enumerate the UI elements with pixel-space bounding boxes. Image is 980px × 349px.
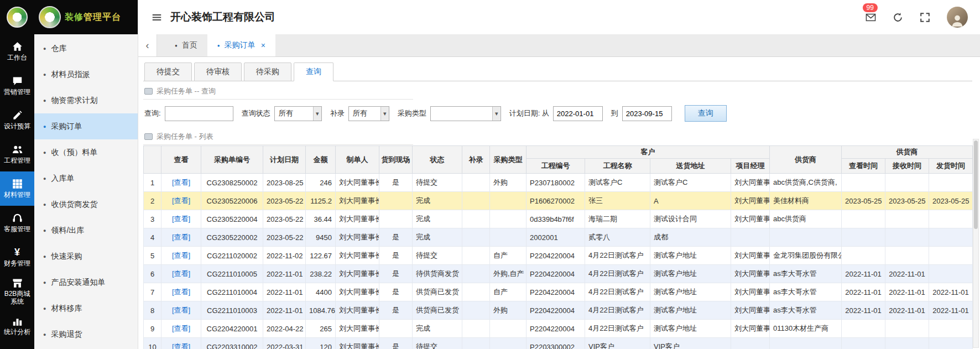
view-link[interactable]: [查看] (172, 233, 190, 241)
query-input[interactable] (165, 106, 233, 121)
cell-recv_time (885, 228, 929, 247)
sidebar-item[interactable]: ●收供货商发货 (34, 191, 138, 217)
search-button[interactable]: 查询 (685, 105, 727, 122)
status-select-value: 所有 (279, 108, 293, 118)
table-row[interactable]: 2[查看]CG23052200062023-05-221125.2刘大同董事长完… (144, 192, 973, 210)
sidebar-item[interactable]: ●采购退货 (34, 321, 138, 347)
type-select[interactable]: ▾ (430, 106, 501, 121)
nav-item-grid[interactable]: 材料管理 (0, 171, 34, 206)
sidebar-item[interactable]: ●物资需求计划 (34, 87, 138, 113)
purchase-orders-table: 查看采购单编号计划日期金额制单人货到现场状态补录采购类型客户供货商供货商工程编号… (143, 145, 973, 349)
cell-plan_date: 2023-05-22 (263, 210, 306, 228)
nav-item-users[interactable]: 工程管理 (0, 137, 34, 171)
cell-type (490, 338, 527, 349)
nav-item-chat[interactable]: 营销管理 (0, 69, 34, 103)
sidebar-item[interactable]: ●产品安装通知单 (34, 269, 138, 295)
col-header-type: 采购类型 (490, 146, 527, 174)
cell-view: [查看] (161, 174, 201, 192)
cell-plan_date: 2022-11-01 (263, 283, 306, 301)
table-row[interactable]: 3[查看]CG23052200042023-05-2236.44刘大同董事长完成… (144, 210, 973, 228)
sidebar-item[interactable]: ●材料移库 (34, 295, 138, 321)
primary-nav-rail: 工作台营销管理设计预算工程管理材料管理客服管理¥财务管理B2B商城系统统计分析 (0, 0, 34, 349)
subtab-2[interactable]: 待采购 (244, 62, 291, 81)
sidebar-item[interactable]: ●领料/出库 (34, 217, 138, 243)
cell-proj_name: VIP客户 (585, 338, 650, 349)
addendum-select[interactable]: 所有 ▾ (348, 106, 389, 121)
cell-order_no: CG2211020002 (201, 247, 263, 265)
cell-index: 7 (144, 283, 161, 301)
tab-item[interactable]: ●首页 (165, 34, 207, 56)
panel-icon (144, 88, 153, 95)
tab-dot-icon: ● (217, 43, 220, 48)
nav-item-edit[interactable]: 设计预算 (0, 103, 34, 137)
view-link[interactable]: [查看] (172, 178, 190, 186)
table-row[interactable]: 5[查看]CG22110200022022-11-02122.67刘大同董事长是… (144, 247, 973, 265)
cell-proj_name: 4月22日测试客户 (585, 283, 650, 301)
status-select[interactable]: 所有 ▾ (274, 106, 322, 121)
col-header-index (144, 146, 161, 174)
refresh-icon[interactable] (893, 12, 903, 23)
view-link[interactable]: [查看] (172, 215, 190, 223)
section-title-list: 采购任务单 - 列表 (143, 127, 413, 145)
cell-bulu (462, 320, 490, 338)
view-link[interactable]: [查看] (172, 251, 190, 259)
sidebar-item[interactable]: ●入库单 (34, 165, 138, 191)
nav-item-home[interactable]: 工作台 (0, 34, 34, 69)
vertical-scrollbar[interactable] (973, 139, 979, 348)
sidebar-item[interactable]: ●收（预）料单 (34, 139, 138, 165)
cell-address: 测试设计合同 (650, 210, 731, 228)
cell-recv_time (885, 210, 929, 228)
cell-proj_no: 2002001 (527, 228, 585, 247)
view-link[interactable]: [查看] (172, 288, 190, 296)
nav-item-headset[interactable]: 客服管理 (0, 206, 34, 240)
nav-item-chart[interactable]: 统计分析 (0, 309, 34, 343)
tabs-back-button[interactable]: ‹ (138, 34, 157, 56)
sidebar-item[interactable]: ●材料员指派 (34, 61, 138, 87)
nav-item-yen[interactable]: ¥财务管理 (0, 240, 34, 274)
user-avatar[interactable] (947, 7, 968, 28)
view-link[interactable]: [查看] (172, 196, 190, 205)
cell-index: 10 (144, 338, 161, 349)
cell-creator: 刘大同董事长 (336, 320, 379, 338)
table-row[interactable]: 9[查看]CG22042200012022-04-22265刘大同董事长完成P2… (144, 320, 973, 338)
cell-arrived: 是 (379, 174, 413, 192)
date-from-input[interactable] (553, 106, 603, 121)
sidebar-item[interactable]: ●仓库 (34, 35, 138, 61)
table-row[interactable]: 4[查看]CG23052200022023-05-229450刘大同董事长是完成… (144, 228, 973, 247)
bullet-icon: ● (43, 280, 46, 285)
sidebar-item[interactable]: ●快速采购 (34, 243, 138, 269)
table-row[interactable]: 7[查看]CG22110100042022-11-014400刘大同董事长是供货… (144, 283, 973, 301)
subtab-1[interactable]: 待审核 (194, 62, 242, 81)
view-link[interactable]: [查看] (172, 306, 190, 314)
nav-item-mall[interactable]: B2B商城系统 (0, 274, 34, 309)
table-row[interactable]: 8[查看]CG22110100032022-11-011084.76刘大同董事长… (144, 301, 973, 320)
sidebar-item[interactable]: ●采购订单 (34, 113, 138, 139)
cell-order_no: CG2211010005 (201, 265, 263, 283)
table-row[interactable]: 1[查看]CG23082500022023-08-25246刘大同董事长是待提交… (144, 174, 973, 192)
cell-type: 外购 (490, 174, 527, 192)
sidebar-item-label: 材料移库 (51, 304, 82, 314)
primary-nav-items: 工作台营销管理设计预算工程管理材料管理客服管理¥财务管理B2B商城系统统计分析 (0, 34, 34, 343)
fullscreen-icon[interactable] (920, 12, 930, 23)
cell-index: 5 (144, 247, 161, 265)
cell-amount: 238.22 (306, 265, 336, 283)
app-logo[interactable] (0, 0, 34, 34)
brand-header: 装修管理平台 (34, 0, 138, 34)
col-header-plan_date: 计划日期 (263, 146, 306, 174)
subtab-3[interactable]: 查询 (294, 62, 333, 81)
subtab-0[interactable]: 待提交 (144, 62, 192, 81)
table-row[interactable]: 10[查看]CG22033100022022-03-31120刘大同董事长是待提… (144, 338, 973, 349)
view-link[interactable]: [查看] (172, 342, 190, 349)
scrollbar-thumb[interactable] (974, 140, 978, 229)
menu-toggle-icon[interactable] (152, 12, 162, 23)
mail-button[interactable]: 99 (866, 12, 876, 23)
tab-close-icon[interactable]: × (261, 41, 265, 50)
cell-amount: 4400 (306, 283, 336, 301)
cell-plan_date: 2023-05-22 (263, 192, 306, 210)
view-link[interactable]: [查看] (172, 269, 190, 278)
tab-item[interactable]: ●采购订单× (207, 34, 275, 56)
bullet-icon: ● (43, 202, 46, 207)
date-to-input[interactable] (622, 106, 672, 121)
table-row[interactable]: 6[查看]CG22110100052022-11-01238.22刘大同董事长是… (144, 265, 973, 283)
view-link[interactable]: [查看] (172, 324, 190, 332)
